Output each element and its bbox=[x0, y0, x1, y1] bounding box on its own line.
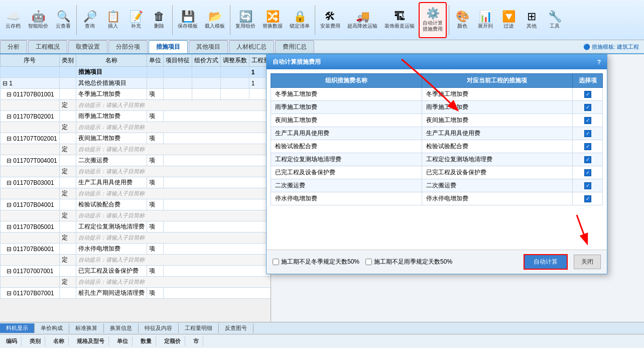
toolbar-item-auto-calc[interactable]: ⚙️ 自动计算措施费用 bbox=[419, 2, 447, 38]
toolbar-item-install[interactable]: 🛠 安装费用 bbox=[317, 2, 343, 38]
dialog-cell-check[interactable]: ✓ bbox=[573, 88, 603, 101]
table-row[interactable]: 定 自动提示：请输入子目简称 bbox=[1, 122, 272, 133]
table-row[interactable]: 定 自动提示：请输入子目简称 bbox=[1, 100, 272, 111]
table-row[interactable]: 定 自动提示：请输入子目简称 bbox=[1, 233, 272, 244]
toolbar-item-replace[interactable]: 🔀 替换数据 bbox=[260, 2, 286, 38]
toolbar-item-shanchu[interactable]: 🗑 删除 bbox=[148, 2, 170, 38]
tab-fee-setting[interactable]: 取费设置 bbox=[68, 40, 107, 53]
checkbox-winter[interactable] bbox=[273, 259, 279, 265]
toolbar-item-yuncha[interactable]: 🔍 云查看 bbox=[52, 2, 74, 38]
dialog-row[interactable]: 二次搬运费 二次搬运费 ✓ bbox=[271, 179, 603, 192]
bottom-header-qty: 数量 bbox=[137, 336, 156, 346]
bottom-tab-material[interactable]: 料机显示 bbox=[0, 323, 35, 333]
table-row[interactable]: 定 自动提示：请输入子目简称 bbox=[1, 210, 272, 221]
toolbar-item-save-template[interactable]: 💾 保存模板 bbox=[175, 2, 201, 38]
toolbar-label-yuncha: 云查看 bbox=[56, 23, 71, 29]
table-row[interactable]: 定 自动提示：请输入子目简称 bbox=[1, 255, 272, 266]
auto-calc-button[interactable]: 自动计算 bbox=[524, 254, 568, 270]
toolbar-item-reuse[interactable]: 🔄 复用组价 bbox=[232, 2, 259, 38]
dialog-row[interactable]: 雨季施工增加费 雨季施工增加费 ✓ bbox=[271, 101, 603, 114]
tab-division[interactable]: 分部分项 bbox=[108, 40, 148, 53]
table-row[interactable]: 定 自动提示：请输入子目简称 bbox=[1, 166, 272, 177]
toolbar-item-tools[interactable]: 🔧 工具 bbox=[544, 2, 566, 38]
dialog-title-text: 自动计算措施费用 bbox=[273, 58, 321, 66]
dialog-cell-check[interactable]: ✓ bbox=[573, 153, 603, 166]
dialog-cell-check[interactable]: ✓ bbox=[573, 140, 603, 153]
table-row[interactable]: 定 自动提示：请输入子目简称 bbox=[1, 188, 272, 199]
table-row[interactable]: 定 自动提示：请输入子目简称 bbox=[1, 144, 272, 155]
toolbar-item-color[interactable]: 🎨 颜色 bbox=[451, 2, 473, 38]
dialog-row[interactable]: 停水停电增加费 停水停电增加费 ✓ bbox=[271, 192, 603, 205]
tab-measures[interactable]: 措施项目 bbox=[149, 40, 188, 53]
toolbar-item-yuncuncang[interactable]: ☁️ 云存档 bbox=[2, 2, 24, 38]
dialog-row[interactable]: 冬季施工增加费 冬季施工增加费 ✓ bbox=[271, 88, 603, 101]
dialog-row[interactable]: 工程定位复测场地清理费 工程定位复测场地清理费 ✓ bbox=[271, 153, 603, 166]
table-row[interactable]: ⊟ 011707B04001 检验试验配合费 项 bbox=[1, 199, 272, 210]
tab-analysis[interactable]: 分析 bbox=[0, 40, 27, 53]
table-row[interactable]: ⊟ 011707B06001 停水停电增加费 项 bbox=[1, 244, 272, 255]
dialog-cell-check[interactable]: ✓ bbox=[573, 179, 603, 192]
table-row[interactable]: ⊟ 011707B02001 雨季施工增加费 项 bbox=[1, 111, 272, 122]
toolbar-item-transport[interactable]: 🚚 超高降效运输 bbox=[344, 2, 380, 38]
toolbar-item-vertical-transport[interactable]: 🏗 装饰垂直运输 bbox=[381, 2, 418, 38]
dialog-cell-name: 二次搬运费 bbox=[271, 179, 422, 192]
table-row[interactable]: ⊟ 011707B01001 冬季施工增加费 项 bbox=[1, 89, 272, 100]
checkbox-6[interactable]: ✓ bbox=[584, 169, 591, 176]
bottom-tab-reverse[interactable]: 反查图号 bbox=[219, 323, 253, 333]
bottom-tab-standard-calc[interactable]: 标准换算 bbox=[69, 323, 104, 333]
cell-seq: ⊟ 011707B07001 bbox=[1, 288, 60, 299]
checkbox-0[interactable]: ✓ bbox=[584, 91, 591, 98]
checkbox-rain[interactable] bbox=[365, 259, 372, 265]
cell-empty bbox=[163, 288, 271, 299]
bottom-tab-qty-detail[interactable]: 工程量明细 bbox=[179, 323, 219, 333]
close-button[interactable]: 关闭 bbox=[574, 255, 601, 269]
table-row[interactable]: ⊟ 011707T004001 二次搬运费 项 bbox=[1, 155, 272, 166]
toolbar-item-expand[interactable]: 📊 展开到 bbox=[474, 2, 496, 38]
tab-labor-material[interactable]: 人材机汇总 bbox=[229, 40, 274, 53]
tab-overview[interactable]: 工程概况 bbox=[28, 40, 67, 53]
table-row[interactable]: ⊟ 011707007001 已完工程及设备保护费 项 bbox=[1, 266, 272, 277]
dialog-help-icon[interactable]: ? bbox=[597, 59, 601, 66]
dialog-cell-check[interactable]: ✓ bbox=[573, 127, 603, 140]
checkbox-7[interactable]: ✓ bbox=[584, 182, 591, 189]
checkbox-5[interactable]: ✓ bbox=[584, 156, 591, 163]
dialog-row[interactable]: 生产工具用具使用费 生产工具用具使用费 ✓ bbox=[271, 127, 603, 140]
toolbar-item-charu[interactable]: 📋 插入 bbox=[102, 2, 124, 38]
toolbar-item-zhinengzujia[interactable]: 🤖 智能组价 bbox=[25, 2, 51, 38]
cell-cat: 定 bbox=[59, 144, 76, 155]
dialog-cell-check[interactable]: ✓ bbox=[573, 166, 603, 179]
table-row[interactable]: ⊟ 011707T002001 夜间施工增加费 项 bbox=[1, 133, 272, 144]
table-row[interactable]: ⊟ 011707B03001 生产工具用具使用费 项 bbox=[1, 177, 272, 188]
toolbar-item-chaxun[interactable]: 🔎 查询 bbox=[79, 2, 101, 38]
checkbox-2[interactable]: ✓ bbox=[584, 117, 591, 124]
tab-cost-summary[interactable]: 费用汇总 bbox=[275, 40, 314, 53]
toolbar-item-other[interactable]: ⊞ 其他 bbox=[521, 2, 543, 38]
bottom-tab-unit-price[interactable]: 单价构成 bbox=[35, 323, 69, 333]
dialog-row[interactable]: 夜间施工增加费 夜间施工增加费 ✓ bbox=[271, 114, 603, 127]
sep3 bbox=[230, 5, 230, 35]
table-row[interactable]: 定 自动提示：请输入子目简称 bbox=[1, 277, 272, 288]
dialog-cell-check[interactable]: ✓ bbox=[573, 192, 603, 205]
table-row[interactable]: ⊟ 011707B05001 工程定位复测场地清理费 项 bbox=[1, 221, 272, 233]
checkbox-1[interactable]: ✓ bbox=[584, 104, 591, 111]
table-row[interactable]: 措施项目 1 0 bbox=[1, 67, 272, 78]
footer-checkbox-2[interactable]: 施工期不足雨季规定天数50% bbox=[365, 258, 452, 266]
dialog-row[interactable]: 已完工程及设备保护费 已完工程及设备保护费 ✓ bbox=[271, 166, 603, 179]
checkbox-4[interactable]: ✓ bbox=[584, 143, 591, 150]
toolbar-item-filter[interactable]: 🔽 过滤 bbox=[497, 2, 520, 38]
checkbox-8[interactable]: ✓ bbox=[584, 195, 591, 202]
toolbar-item-lock[interactable]: 🔒 锁定清单 bbox=[287, 2, 313, 38]
dialog-cell-check[interactable]: ✓ bbox=[573, 101, 603, 114]
toolbar-item-buchong[interactable]: 📝 补充 bbox=[125, 2, 147, 38]
dialog-cell-check[interactable]: ✓ bbox=[573, 114, 603, 127]
toolbar-label-chaxun: 查询 bbox=[85, 23, 95, 29]
tab-other-items[interactable]: 其他项目 bbox=[189, 40, 228, 53]
checkbox-3[interactable]: ✓ bbox=[584, 130, 591, 137]
table-row[interactable]: ⊟ 011707B07001 桩孔生产期间进场清理费 项 bbox=[1, 288, 272, 299]
bottom-tab-calc-info[interactable]: 换算信息 bbox=[104, 323, 139, 333]
footer-checkbox-1[interactable]: 施工期不足冬季规定天数50% bbox=[273, 258, 359, 266]
bottom-tab-feature[interactable]: 特征及内容 bbox=[139, 323, 179, 333]
table-row[interactable]: ⊟ 1 其他总价措施项目 1 0 其他总价措... bbox=[1, 78, 272, 89]
toolbar-item-load-template[interactable]: 📂 载入模板 bbox=[202, 2, 228, 38]
dialog-row[interactable]: 检验试验配合费 检验试验配合费 ✓ bbox=[271, 140, 603, 153]
